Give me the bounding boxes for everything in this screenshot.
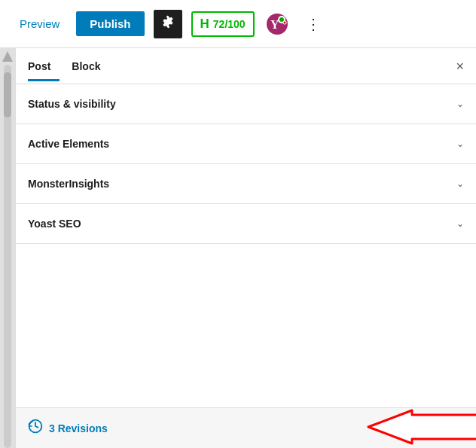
accordion-label-active: Active Elements <box>28 138 109 150</box>
arrow-annotation <box>367 409 476 448</box>
svg-point-5 <box>283 21 285 23</box>
accordion-yoast-seo[interactable]: Yoast SEO ⌄ <box>16 204 476 244</box>
main-area: Post Block × Status & visibility ⌄ Activ… <box>0 48 476 448</box>
tab-block[interactable]: Block <box>72 51 109 81</box>
accordion-active-elements[interactable]: Active Elements ⌄ <box>16 124 476 164</box>
chevron-down-icon: ⌄ <box>456 139 464 149</box>
chevron-down-icon: ⌄ <box>456 99 464 109</box>
scroll-track <box>4 65 11 448</box>
more-options-icon: ⋮ <box>306 16 321 32</box>
settings-button[interactable] <box>154 10 182 38</box>
accordion-monsterinsights[interactable]: MonsterInsights ⌄ <box>16 164 476 204</box>
scroll-thumb <box>4 72 11 117</box>
revisions-count: 3 Revisions <box>49 422 108 434</box>
accordion-status-visibility[interactable]: Status & visibility ⌄ <box>16 84 476 124</box>
tab-bar: Post Block × <box>16 48 476 84</box>
more-options-button[interactable]: ⋮ <box>300 12 327 36</box>
accordion-label-monster: MonsterInsights <box>28 178 109 190</box>
right-panel: Post Block × Status & visibility ⌄ Activ… <box>15 48 476 448</box>
chevron-down-icon: ⌄ <box>456 178 464 189</box>
yoast-button[interactable]: Y <box>264 11 291 38</box>
gear-icon <box>161 15 175 32</box>
svg-marker-7 <box>368 410 476 443</box>
accordion-label-yoast: Yoast SEO <box>28 218 81 230</box>
svg-point-3 <box>279 17 284 22</box>
tab-post[interactable]: Post <box>28 51 60 81</box>
headings-score: 72/100 <box>213 18 246 30</box>
publish-button[interactable]: Publish <box>76 11 144 36</box>
chevron-down-icon: ⌄ <box>456 218 464 229</box>
scroll-up-arrow <box>2 51 13 62</box>
headings-score-button[interactable]: H 72/100 <box>191 11 255 37</box>
preview-button[interactable]: Preview <box>12 13 67 35</box>
accordion-label-status: Status & visibility <box>28 98 116 110</box>
scrollbar[interactable] <box>0 48 15 448</box>
panel-close-button[interactable]: × <box>456 59 464 73</box>
toolbar: Preview Publish H 72/100 Y ⋮ <box>0 0 476 48</box>
headings-letter: H <box>200 17 209 32</box>
revisions-icon <box>28 419 43 437</box>
revisions-row[interactable]: 3 Revisions <box>16 407 476 448</box>
